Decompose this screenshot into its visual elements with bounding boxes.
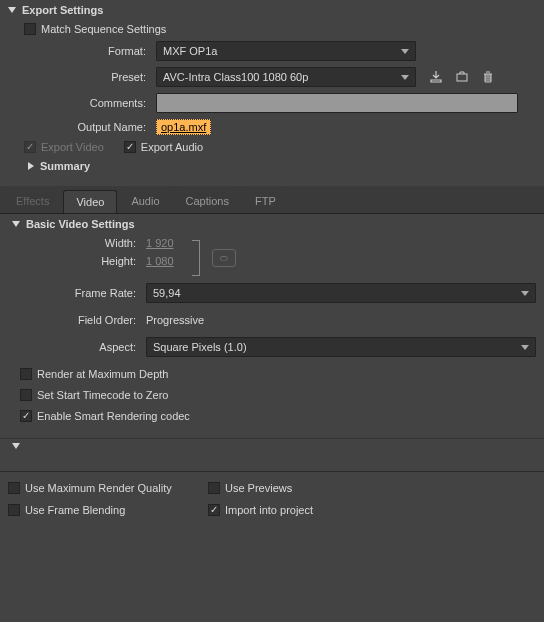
comments-label: Comments: xyxy=(16,97,156,109)
chevron-down-icon xyxy=(401,75,409,80)
width-label: Width: xyxy=(16,237,146,249)
aspect-dropdown[interactable]: Square Pixels (1.0) xyxy=(146,337,536,357)
height-label: Height: xyxy=(16,255,146,267)
export-settings-title: Export Settings xyxy=(22,4,103,16)
render-max-depth-label: Render at Maximum Depth xyxy=(37,368,168,380)
aspect-label: Aspect: xyxy=(16,341,146,353)
field-order-label: Field Order: xyxy=(16,314,146,326)
preset-dropdown[interactable]: AVC-Intra Class100 1080 60p xyxy=(156,67,416,87)
export-audio-checkbox[interactable]: Export Audio xyxy=(124,141,203,153)
basic-video-header[interactable]: Basic Video Settings xyxy=(0,214,544,234)
comments-input[interactable] xyxy=(156,93,518,113)
import-into-project-label: Import into project xyxy=(225,504,313,516)
link-dimensions-icon[interactable]: ⬭ xyxy=(212,249,236,267)
frame-rate-dropdown[interactable]: 59,94 xyxy=(146,283,536,303)
chevron-down-icon xyxy=(521,345,529,350)
collapse-icon xyxy=(8,7,16,13)
format-label: Format: xyxy=(16,45,156,57)
summary-title: Summary xyxy=(40,160,90,172)
frame-rate-value: 59,94 xyxy=(153,287,181,299)
max-render-quality-checkbox[interactable]: Use Maximum Render Quality xyxy=(8,482,208,494)
tab-bar: Effects Video Audio Captions FTP xyxy=(0,186,544,214)
match-sequence-checkbox[interactable]: Match Sequence Settings xyxy=(24,23,166,35)
frame-rate-label: Frame Rate: xyxy=(16,287,146,299)
preset-label: Preset: xyxy=(16,71,156,83)
output-name-label: Output Name: xyxy=(16,121,156,133)
export-settings-header[interactable]: Export Settings xyxy=(0,0,544,20)
save-preset-icon[interactable] xyxy=(428,69,444,85)
tab-ftp[interactable]: FTP xyxy=(243,190,288,213)
frame-blending-label: Use Frame Blending xyxy=(25,504,125,516)
max-render-quality-label: Use Maximum Render Quality xyxy=(25,482,172,494)
enable-smart-rendering-label: Enable Smart Rendering codec xyxy=(37,410,190,422)
chevron-down-icon xyxy=(521,291,529,296)
tab-captions[interactable]: Captions xyxy=(174,190,241,213)
import-into-project-checkbox[interactable]: Import into project xyxy=(208,504,408,516)
delete-preset-icon[interactable] xyxy=(480,69,496,85)
collapse-icon xyxy=(12,221,20,227)
import-preset-icon[interactable] xyxy=(454,69,470,85)
export-video-checkbox[interactable]: Export Video xyxy=(24,141,104,153)
set-start-timecode-checkbox[interactable]: Set Start Timecode to Zero xyxy=(20,389,168,401)
format-dropdown[interactable]: MXF OP1a xyxy=(156,41,416,61)
output-name-value[interactable]: op1a.mxf xyxy=(156,119,211,135)
enable-smart-rendering-checkbox[interactable]: Enable Smart Rendering codec xyxy=(20,410,190,422)
match-sequence-label: Match Sequence Settings xyxy=(41,23,166,35)
collapsed-section-header[interactable] xyxy=(0,439,544,453)
format-value: MXF OP1a xyxy=(163,45,217,57)
preset-value: AVC-Intra Class100 1080 60p xyxy=(163,71,308,83)
export-audio-label: Export Audio xyxy=(141,141,203,153)
summary-header[interactable]: Summary xyxy=(0,156,544,176)
tab-effects[interactable]: Effects xyxy=(4,190,61,213)
collapse-icon xyxy=(12,443,20,449)
field-order-value: Progressive xyxy=(146,314,204,326)
render-max-depth-checkbox[interactable]: Render at Maximum Depth xyxy=(20,368,168,380)
export-video-label: Export Video xyxy=(41,141,104,153)
frame-blending-checkbox[interactable]: Use Frame Blending xyxy=(8,504,208,516)
tab-audio[interactable]: Audio xyxy=(119,190,171,213)
set-start-timecode-label: Set Start Timecode to Zero xyxy=(37,389,168,401)
height-value[interactable]: 1 080 xyxy=(146,255,174,267)
basic-video-title: Basic Video Settings xyxy=(26,218,135,230)
svg-rect-0 xyxy=(457,74,467,81)
aspect-value: Square Pixels (1.0) xyxy=(153,341,247,353)
use-previews-checkbox[interactable]: Use Previews xyxy=(208,482,408,494)
chevron-down-icon xyxy=(401,49,409,54)
use-previews-label: Use Previews xyxy=(225,482,292,494)
expand-icon xyxy=(28,162,34,170)
tab-video[interactable]: Video xyxy=(63,190,117,213)
width-value[interactable]: 1 920 xyxy=(146,237,174,249)
